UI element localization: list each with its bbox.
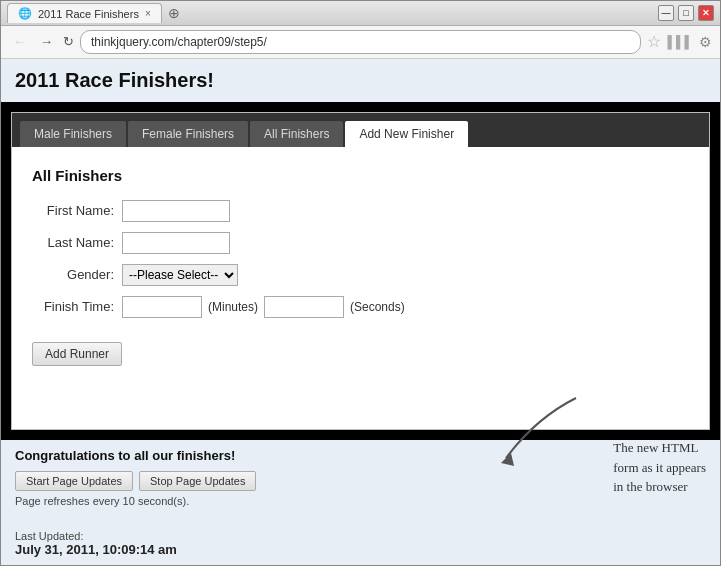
congrats-text: Congratulations to all our finishers! xyxy=(15,448,486,463)
main-background: Male Finishers Female Finishers All Fini… xyxy=(1,102,720,565)
annotation-line3: in the browser xyxy=(613,479,687,494)
settings-wrench-icon[interactable]: ⚙ xyxy=(699,34,712,50)
url-input[interactable] xyxy=(80,30,641,54)
last-updated-time: July 31, 2011, 10:09:14 am xyxy=(15,542,486,557)
annotation-line2: form as it appears xyxy=(613,460,706,475)
stop-updates-button[interactable]: Stop Page Updates xyxy=(139,471,256,491)
seconds-label: (Seconds) xyxy=(350,300,405,314)
add-runner-button[interactable]: Add Runner xyxy=(32,342,122,366)
gender-select[interactable]: --Please Select-- Male Female xyxy=(122,264,238,286)
finish-time-row: Finish Time: (Minutes) (Seconds) xyxy=(32,296,689,318)
page-header: 2011 Race Finishers! xyxy=(1,59,720,102)
last-updated-label: Last Updated: xyxy=(15,530,486,542)
maximize-btn[interactable]: □ xyxy=(678,5,694,21)
gender-row: Gender: --Please Select-- Male Female xyxy=(32,264,689,286)
tab-male-finishers[interactable]: Male Finishers xyxy=(20,121,126,147)
first-name-label: First Name: xyxy=(32,203,122,218)
new-tab-btn[interactable]: ⊕ xyxy=(168,5,180,21)
window-controls: — □ ✕ xyxy=(658,5,714,21)
close-btn[interactable]: ✕ xyxy=(698,5,714,21)
last-name-label: Last Name: xyxy=(32,235,122,250)
annotation-area: The new HTML form as it appears in the b… xyxy=(486,448,706,538)
refresh-info: Page refreshes every 10 second(s). xyxy=(15,495,486,507)
form-section-title: All Finishers xyxy=(32,167,689,184)
tab-title: 2011 Race Finishers xyxy=(38,8,139,20)
title-bar: 🌐 2011 Race Finishers × ⊕ — □ ✕ xyxy=(1,1,720,26)
page-title: 2011 Race Finishers! xyxy=(15,69,706,92)
annotation-arrow-svg xyxy=(476,388,596,468)
tab-favicon: 🌐 xyxy=(18,7,32,20)
update-buttons: Start Page Updates Stop Page Updates xyxy=(15,471,486,491)
tab-bar: Male Finishers Female Finishers All Fini… xyxy=(12,113,709,147)
forward-btn[interactable]: → xyxy=(36,32,57,51)
last-name-input[interactable] xyxy=(122,232,230,254)
finish-time-label: Finish Time: xyxy=(32,299,122,314)
content-panel: Male Finishers Female Finishers All Fini… xyxy=(11,112,710,430)
first-name-row: First Name: xyxy=(32,200,689,222)
first-name-input[interactable] xyxy=(122,200,230,222)
refresh-btn[interactable]: ↻ xyxy=(63,34,74,49)
minimize-btn[interactable]: — xyxy=(658,5,674,21)
minutes-label: (Minutes) xyxy=(208,300,258,314)
seconds-input[interactable] xyxy=(264,296,344,318)
signal-icon: ▌▌▌ xyxy=(667,35,693,49)
annotation-text: The new HTML form as it appears in the b… xyxy=(613,438,706,497)
tab-add-new-finisher[interactable]: Add New Finisher xyxy=(345,121,468,147)
window-frame: 🌐 2011 Race Finishers × ⊕ — □ ✕ ← → ↻ ☆ … xyxy=(0,0,721,566)
browser-tab: 🌐 2011 Race Finishers × xyxy=(7,3,162,23)
bottom-section: Congratulations to all our finishers! St… xyxy=(1,440,720,565)
tab-all-finishers[interactable]: All Finishers xyxy=(250,121,343,147)
form-area: All Finishers First Name: Last Name: Gen… xyxy=(12,147,709,386)
last-name-row: Last Name: xyxy=(32,232,689,254)
bookmark-star-icon[interactable]: ☆ xyxy=(647,32,661,51)
bottom-left: Congratulations to all our finishers! St… xyxy=(15,448,486,557)
page-wrapper: 2011 Race Finishers! Male Finishers Fema… xyxy=(1,59,720,565)
start-updates-button[interactable]: Start Page Updates xyxy=(15,471,133,491)
tab-female-finishers[interactable]: Female Finishers xyxy=(128,121,248,147)
address-bar: ← → ↻ ☆ ▌▌▌ ⚙ xyxy=(1,26,720,58)
back-btn[interactable]: ← xyxy=(9,32,30,51)
minutes-input[interactable] xyxy=(122,296,202,318)
annotation-line1: The new HTML xyxy=(613,440,698,455)
gender-label: Gender: xyxy=(32,267,122,282)
finish-time-inputs: (Minutes) (Seconds) xyxy=(122,296,405,318)
tab-close-btn[interactable]: × xyxy=(145,8,151,19)
